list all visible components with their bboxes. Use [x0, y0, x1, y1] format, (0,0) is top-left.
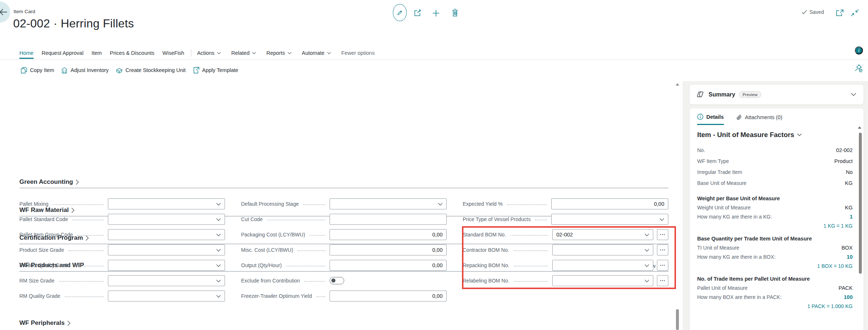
- create-stockkeeping-unit-button[interactable]: Create Stockkeeping Unit: [116, 67, 185, 73]
- expected-yield-input[interactable]: 0,00: [551, 198, 668, 209]
- chevron-down-icon: [327, 52, 331, 54]
- item-card-page: Item Card 02-002 · Herring Fillets Saved…: [0, 0, 868, 330]
- field-row-repacking-bom-no: Repacking BOM No. ...: [463, 258, 668, 273]
- tab-home[interactable]: Home: [19, 50, 34, 56]
- exclude-from-contribution-toggle[interactable]: [330, 277, 344, 284]
- section-wf-peripherals-header[interactable]: WF Peripherals: [19, 319, 669, 327]
- chevron-down-icon: [216, 264, 221, 267]
- panel-scrollbar-thumb[interactable]: [859, 133, 862, 274]
- tab-item[interactable]: Item: [91, 50, 102, 56]
- share-button[interactable]: [413, 8, 423, 18]
- section-wf-peripherals: WF Peripherals: [19, 319, 669, 327]
- misc-cost-input[interactable]: 0,00: [330, 244, 447, 255]
- scroll-up-arrow-icon[interactable]: [676, 83, 679, 86]
- chevron-down-icon: [645, 234, 649, 236]
- new-button[interactable]: [431, 9, 441, 18]
- app-caption: Item Card: [14, 9, 35, 14]
- chevron-right-icon: [67, 320, 71, 326]
- details-heading[interactable]: Item - Unit of Measure Factors: [697, 131, 853, 139]
- tab-details[interactable]: Details: [697, 114, 724, 125]
- rm-size-grade-select[interactable]: [108, 275, 225, 286]
- factbox-panel: Summary Preview Details Attachments (0) …: [683, 81, 868, 330]
- panel-scroll-up-arrow-icon[interactable]: [858, 126, 861, 129]
- ribbon-tabs: Home Request Approval Item Prices & Disc…: [0, 46, 868, 60]
- summary-card[interactable]: Summary Preview: [689, 84, 864, 105]
- detail-row-weight-uom: Weight Unit of Measure KG: [697, 203, 853, 212]
- price-type-vessel-products-select[interactable]: [551, 214, 668, 225]
- equation-pack: 1 PACK = 1.000 KG: [697, 301, 853, 309]
- freezer-trawler-optimum-yield-input[interactable]: 0,00: [330, 291, 447, 301]
- collapse-window-button[interactable]: [850, 9, 860, 17]
- output-qty-hour-input[interactable]: 0,00: [330, 260, 447, 271]
- chevron-down-icon: [216, 295, 221, 298]
- chevron-down-icon: [438, 203, 443, 206]
- adjust-inventory-button[interactable]: Adjust Inventory: [61, 67, 109, 73]
- fewer-options-button[interactable]: Fewer options: [341, 50, 375, 56]
- pallet-item-group-code-select[interactable]: [108, 229, 225, 240]
- detail-row-no: No. 02-002: [697, 145, 853, 156]
- tabs-divider: [191, 49, 191, 57]
- summary-title: Summary: [709, 91, 735, 98]
- field-row-pallet-standard-code: Pallet Standard Code: [19, 212, 225, 227]
- share-icon: [413, 8, 423, 17]
- arrow-left-icon: [0, 8, 7, 16]
- tab-wisefish[interactable]: WiseFish: [162, 50, 184, 56]
- field-row-relabeling-bom-no: Relabeling BOM No. ...: [463, 273, 668, 288]
- field-row-output-qty-hour: Output (Qty/Hour) 0,00: [241, 258, 447, 273]
- delete-button[interactable]: [451, 8, 459, 18]
- product-quality-grade-select[interactable]: [108, 260, 225, 271]
- apply-template-button[interactable]: Apply Template: [193, 67, 238, 73]
- contractor-bom-no-assist-button[interactable]: ...: [657, 244, 668, 255]
- preview-badge: Preview: [739, 91, 761, 98]
- relabeling-bom-no-select[interactable]: [552, 275, 653, 286]
- chevron-down-icon: [288, 52, 292, 54]
- chevron-down-icon[interactable]: [851, 93, 856, 96]
- detail-row-base-unit-of-measure: Base Unit of Measure KG: [697, 178, 853, 189]
- menu-related[interactable]: Related: [231, 50, 256, 56]
- contractor-bom-no-select[interactable]: [552, 244, 653, 255]
- repacking-bom-no-select[interactable]: [552, 260, 653, 271]
- chevron-down-icon: [645, 249, 649, 252]
- info-button[interactable]: i: [855, 46, 863, 54]
- action-bar: Copy Item Adjust Inventory Create Stockk…: [0, 61, 868, 79]
- trash-icon: [451, 8, 459, 17]
- tab-request-approval[interactable]: Request Approval: [42, 50, 83, 56]
- page-title: 02-002 · Herring Fillets: [13, 17, 134, 30]
- tab-attachments[interactable]: Attachments (0): [736, 114, 782, 125]
- menu-reports[interactable]: Reports: [266, 50, 292, 56]
- menu-actions[interactable]: Actions: [197, 50, 221, 56]
- pin-off-icon: [854, 64, 863, 73]
- detail-row-ti-uom: TI Unit of Measure BOX: [697, 243, 853, 252]
- standard-bom-no-assist-button[interactable]: ...: [657, 229, 668, 240]
- edit-button[interactable]: [393, 4, 407, 21]
- detail-row-kg-in-box: How many KG are there in a BOX: 10: [697, 252, 853, 261]
- field-row-contractor-bom-no: Contractor BOM No. ...: [463, 242, 668, 258]
- repacking-bom-no-assist-button[interactable]: ...: [657, 260, 668, 271]
- menu-automate[interactable]: Automate: [302, 50, 331, 56]
- section-green-accounting-header[interactable]: Green Accounting: [19, 178, 669, 186]
- main-scrollbar-thumb[interactable]: [676, 309, 679, 330]
- pallet-standard-code-select[interactable]: [108, 214, 225, 225]
- tab-prices-discounts[interactable]: Prices & Discounts: [110, 50, 154, 56]
- field-row-default-processing-stage: Default Processing Stage: [241, 196, 447, 212]
- details-field-list: No. 02-002 WF Item Type Product Irregula…: [697, 145, 853, 189]
- unpin-button[interactable]: [854, 64, 863, 73]
- packaging-cost-input[interactable]: 0,00: [330, 229, 447, 240]
- save-status: Saved: [801, 9, 824, 15]
- copy-item-button[interactable]: Copy Item: [21, 67, 54, 73]
- product-size-grade-select[interactable]: [108, 244, 225, 255]
- back-button[interactable]: [0, 1, 10, 23]
- relabeling-bom-no-assist-button[interactable]: ...: [657, 275, 668, 286]
- open-in-new-window-button[interactable]: [835, 9, 844, 17]
- rm-quality-grade-select[interactable]: [108, 291, 225, 301]
- default-processing-stage-select[interactable]: [330, 198, 447, 209]
- standard-bom-no-select[interactable]: 02-002: [552, 229, 653, 240]
- details-body: Item - Unit of Measure Factors No. 02-00…: [689, 125, 864, 309]
- main-scrollbar[interactable]: [675, 82, 680, 330]
- cut-code-input[interactable]: [330, 214, 447, 225]
- section-green-accounting: Green Accounting: [19, 178, 669, 188]
- saved-label: Saved: [809, 9, 824, 15]
- main-content: Green Accounting WF Raw Material Certifi…: [0, 81, 683, 330]
- pallet-mixing-select[interactable]: [108, 198, 225, 209]
- field-row-product-size-grade: Product Size Grade: [19, 242, 225, 258]
